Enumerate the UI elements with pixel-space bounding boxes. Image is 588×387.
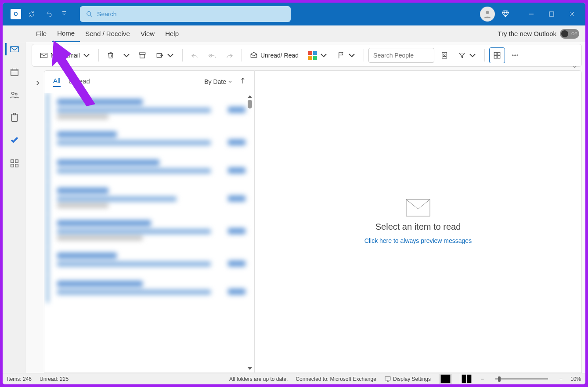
svg-point-23	[512, 55, 513, 56]
chevron-down-icon	[83, 51, 90, 59]
svg-rect-27	[385, 376, 390, 380]
body-split: All Unread By Date	[32, 70, 582, 373]
menu-view[interactable]: View	[135, 25, 160, 42]
message-list-scroll[interactable]	[44, 93, 254, 373]
message-item[interactable]	[47, 93, 254, 125]
svg-point-0	[87, 11, 91, 15]
rail-more-apps-icon[interactable]	[5, 157, 23, 170]
main-column: New Email Unread/ Read	[25, 42, 585, 373]
delete-button[interactable]	[103, 47, 118, 63]
rail-calendar-icon[interactable]	[5, 66, 23, 78]
scrollbar[interactable]	[246, 94, 253, 373]
svg-point-18	[444, 54, 445, 56]
menu-home[interactable]: Home	[52, 25, 80, 42]
unread-read-button[interactable]: Unread/ Read	[246, 47, 302, 63]
svg-point-25	[517, 55, 518, 56]
flag-button[interactable]	[334, 47, 359, 63]
status-bar: Items: 246 Unread: 225 All folders are u…	[3, 373, 585, 384]
message-item[interactable]	[47, 125, 254, 153]
categorize-icon	[308, 51, 317, 60]
search-people-input[interactable]	[368, 48, 434, 63]
display-settings-button[interactable]: Display Settings	[384, 376, 431, 383]
maximize-button[interactable]	[541, 3, 562, 25]
new-email-button[interactable]: New Email	[36, 47, 94, 63]
account-avatar[interactable]	[480, 7, 495, 22]
filter-button[interactable]	[455, 47, 480, 63]
scroll-up-icon[interactable]	[248, 95, 252, 98]
svg-rect-11	[11, 164, 14, 167]
view-normal-icon[interactable]	[439, 374, 452, 384]
new-email-label: New Email	[51, 52, 80, 59]
chevron-down-icon	[228, 80, 232, 84]
search-icon	[86, 11, 93, 18]
svg-rect-20	[498, 52, 500, 55]
title-bar: O	[3, 3, 585, 25]
search-input[interactable]	[97, 11, 285, 18]
ribbon-expand-icon[interactable]	[573, 63, 577, 71]
svg-rect-4	[11, 69, 18, 76]
svg-rect-19	[494, 52, 497, 55]
app-rail	[3, 42, 25, 373]
archive-button[interactable]	[135, 47, 150, 63]
svg-rect-21	[494, 56, 497, 58]
zoom-slider[interactable]	[495, 378, 548, 380]
more-options-button[interactable]	[508, 47, 523, 63]
view-reading-icon[interactable]	[460, 374, 473, 384]
sort-by-button[interactable]: By Date	[204, 78, 232, 85]
move-button[interactable]	[152, 47, 178, 63]
sync-icon[interactable]	[25, 7, 39, 21]
message-list-panel: All Unread By Date	[44, 70, 255, 373]
menu-bar: File Home Send / Receive View Help Try t…	[3, 25, 585, 42]
toggle-knob	[561, 30, 568, 37]
rail-mail-icon[interactable]	[5, 43, 23, 55]
folder-pane-expand-icon[interactable]	[32, 70, 44, 373]
zoom-in-icon[interactable]: +	[559, 376, 563, 382]
tab-all[interactable]: All	[53, 77, 61, 87]
scroll-down-icon[interactable]	[248, 367, 252, 370]
sort-direction-icon[interactable]	[240, 77, 245, 86]
quick-access-dropdown-icon[interactable]	[60, 7, 69, 21]
menu-help[interactable]: Help	[160, 25, 184, 42]
address-book-button[interactable]	[437, 47, 452, 63]
window-controls	[521, 3, 582, 25]
message-list-header: All Unread By Date	[44, 71, 254, 93]
message-item[interactable]	[47, 275, 254, 303]
message-item[interactable]	[47, 214, 254, 246]
status-connection: Connected to: Microsoft Exchange	[296, 376, 376, 382]
toggle-state-label: Off	[571, 32, 577, 36]
menu-send-receive[interactable]: Send / Receive	[80, 25, 135, 42]
close-button[interactable]	[562, 3, 582, 25]
rail-tasks-icon[interactable]	[5, 112, 23, 124]
svg-rect-3	[11, 47, 18, 52]
tab-unread[interactable]: Unread	[69, 77, 90, 87]
content-area: New Email Unread/ Read	[3, 42, 585, 373]
minimize-button[interactable]	[521, 3, 541, 25]
categorize-button[interactable]	[305, 47, 331, 63]
status-folder-sync: All folders are up to date.	[229, 376, 288, 382]
message-item[interactable]	[47, 246, 254, 275]
view-settings-button[interactable]	[489, 47, 505, 63]
forward-button[interactable]	[222, 47, 237, 63]
premium-icon[interactable]	[498, 7, 512, 21]
sort-label: By Date	[204, 78, 226, 85]
scroll-thumb[interactable]	[248, 100, 252, 109]
try-new-outlook-label: Try the new Outlook	[498, 30, 556, 37]
zoom-out-icon[interactable]: −	[481, 376, 484, 382]
rail-todo-icon[interactable]	[5, 134, 23, 147]
delete-dropdown[interactable]	[121, 47, 132, 63]
menu-file[interactable]: File	[31, 25, 52, 42]
undo-icon[interactable]	[42, 7, 56, 21]
svg-rect-30	[467, 375, 472, 383]
search-box[interactable]	[80, 6, 291, 22]
status-unread-count: Unread: 225	[40, 376, 69, 382]
rail-people-icon[interactable]	[5, 89, 23, 101]
message-item[interactable]	[47, 181, 254, 214]
outlook-window: O File Home Send / Receive	[3, 3, 585, 384]
preview-messages-link[interactable]: Click here to always preview messages	[364, 237, 472, 244]
message-item[interactable]	[47, 153, 254, 181]
outlook-logo-icon: O	[11, 9, 21, 19]
try-new-outlook-toggle[interactable]: Off	[560, 29, 579, 39]
reply-all-button[interactable]	[205, 47, 220, 63]
svg-point-5	[12, 92, 14, 95]
reply-button[interactable]	[187, 47, 202, 63]
